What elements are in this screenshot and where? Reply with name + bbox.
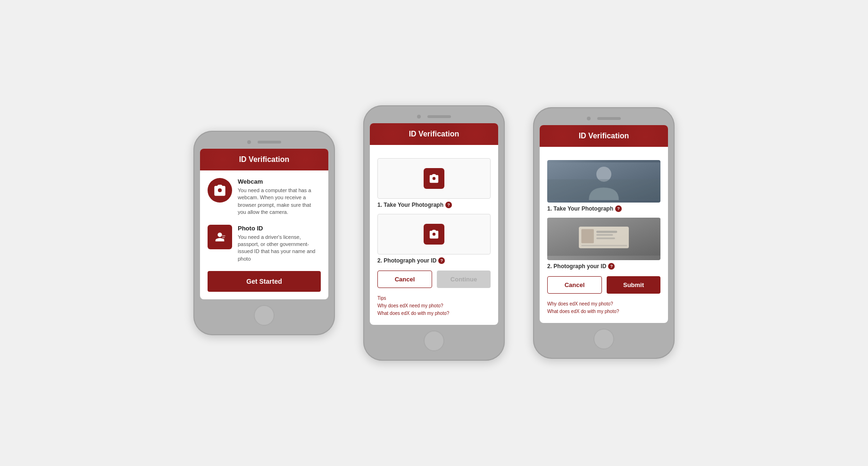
svg-rect-14 <box>581 245 627 246</box>
phone-top-bar-1 <box>200 140 328 144</box>
photo-capture-step2[interactable] <box>377 214 491 254</box>
screen-content-3: 1. Take Your Photograph ? <box>540 147 668 323</box>
screen-1: ID Verification Webcam You need a comput… <box>200 149 328 299</box>
photoid-text: Photo ID You need a driver's license, pa… <box>238 225 321 263</box>
submit-button[interactable]: Submit <box>607 276 660 294</box>
camera-icon-step2 <box>429 229 439 239</box>
svg-rect-13 <box>596 237 615 239</box>
get-started-button[interactable]: Get Started <box>208 271 321 292</box>
tips-links-3: Why does edX need my photo? What does ed… <box>547 300 660 315</box>
action-buttons-2: Cancel Continue <box>377 271 491 288</box>
why-photo-link-3[interactable]: Why does edX need my photo? <box>547 300 660 308</box>
camera-icon <box>213 184 226 197</box>
svg-rect-6 <box>547 179 660 200</box>
svg-rect-10 <box>581 229 593 243</box>
app-header-2: ID Verification <box>370 123 498 145</box>
home-button-2[interactable] <box>424 330 444 351</box>
speaker-3 <box>597 117 621 120</box>
phone-3: ID Verification <box>533 107 675 359</box>
step2-help-icon-3[interactable]: ? <box>608 263 615 270</box>
screen-3: ID Verification <box>540 125 668 323</box>
webcam-icon-container <box>208 178 232 203</box>
take-id-photo-button[interactable] <box>424 224 444 245</box>
person-photo-svg <box>547 160 660 203</box>
screen-2: ID Verification 1. Take Your Photograph … <box>370 123 498 325</box>
app-title-2: ID Verification <box>375 130 493 138</box>
photo-capture-step1[interactable] <box>377 158 491 199</box>
phone-top-bar-2 <box>370 115 498 119</box>
cancel-button-3[interactable]: Cancel <box>547 276 602 294</box>
speaker-2 <box>427 115 451 118</box>
home-button-3[interactable] <box>593 329 614 349</box>
app-header-1: ID Verification <box>200 149 328 170</box>
person-photo-thumbnail[interactable] <box>547 160 660 203</box>
screen-content-2: 1. Take Your Photograph ? 2. Photograph … <box>370 145 498 325</box>
svg-rect-0 <box>222 235 225 236</box>
phone-top-bar-3 <box>540 117 668 120</box>
speaker-1 <box>258 141 281 144</box>
continue-button: Continue <box>437 271 491 288</box>
why-photo-link[interactable]: Why does edX need my photo? <box>377 302 491 310</box>
camera-icon-step1 <box>429 173 439 184</box>
id-photo-thumbnail[interactable] <box>547 218 660 260</box>
step2-label-3: 2. Photograph your ID ? <box>547 263 660 270</box>
what-photo-link[interactable]: What does edX do with my photo? <box>377 310 491 317</box>
photoid-title: Photo ID <box>238 225 321 232</box>
phone-1: ID Verification Webcam You need a comput… <box>193 131 335 335</box>
photoid-desc: You need a driver's license, passport, o… <box>238 234 321 263</box>
app-title-1: ID Verification <box>205 155 324 164</box>
app-title-3: ID Verification <box>544 132 663 140</box>
phone-2: ID Verification 1. Take Your Photograph … <box>363 105 505 361</box>
webcam-text: Webcam You need a computer that has a we… <box>238 178 321 216</box>
photo-id-icon <box>213 230 226 244</box>
step2-label: 2. Photograph your ID ? <box>377 257 491 264</box>
step2-help-icon[interactable]: ? <box>438 257 445 264</box>
step1-label: 1. Take Your Photograph ? <box>377 202 491 208</box>
tips-label: Tips <box>377 296 386 301</box>
webcam-requirement: Webcam You need a computer that has a we… <box>208 178 321 216</box>
svg-rect-11 <box>596 231 617 233</box>
step1-help-icon-3[interactable]: ? <box>615 205 622 212</box>
action-buttons-3: Cancel Submit <box>547 276 660 294</box>
what-photo-link-3[interactable]: What does edX do with my photo? <box>547 308 660 315</box>
svg-rect-12 <box>596 234 613 236</box>
front-camera-1 <box>247 140 251 144</box>
app-header-3: ID Verification <box>540 125 668 147</box>
front-camera-3 <box>587 117 591 120</box>
cancel-button-2[interactable]: Cancel <box>377 271 432 288</box>
photoid-requirement: Photo ID You need a driver's license, pa… <box>208 225 321 263</box>
screen-content-1: Webcam You need a computer that has a we… <box>200 170 328 299</box>
photoid-icon-container <box>208 225 232 249</box>
front-camera-2 <box>417 115 421 119</box>
step1-label-3: 1. Take Your Photograph ? <box>547 205 660 212</box>
svg-rect-2 <box>222 238 225 239</box>
tips-links: TipsWhy does edX need my photo? What doe… <box>377 295 491 317</box>
webcam-title: Webcam <box>238 178 321 185</box>
id-photo-svg <box>547 218 660 256</box>
webcam-desc: You need a computer that has a webcam. W… <box>238 187 321 216</box>
home-button-1[interactable] <box>254 305 275 326</box>
phones-container: ID Verification Webcam You need a comput… <box>165 77 703 389</box>
take-photo-button[interactable] <box>424 168 444 189</box>
step1-help-icon[interactable]: ? <box>445 202 452 208</box>
svg-rect-1 <box>222 237 225 238</box>
